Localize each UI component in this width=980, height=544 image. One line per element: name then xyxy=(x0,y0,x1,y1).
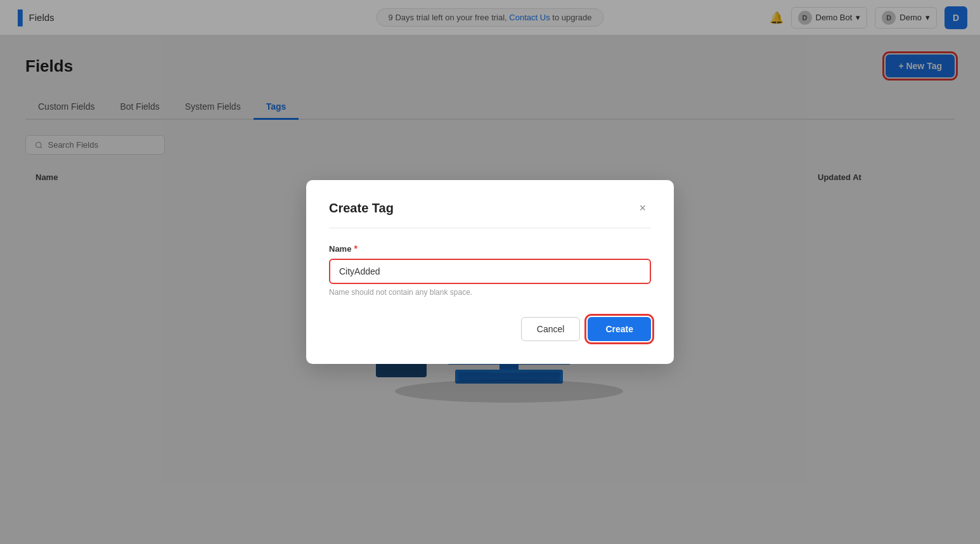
create-tag-modal: Create Tag × Name * Name should not cont… xyxy=(306,180,674,364)
create-button[interactable]: Create xyxy=(588,317,651,341)
modal-overlay: Create Tag × Name * Name should not cont… xyxy=(0,0,980,544)
tag-name-input[interactable] xyxy=(329,259,651,284)
required-indicator: * xyxy=(354,243,357,254)
modal-header: Create Tag × xyxy=(329,199,651,228)
cancel-button[interactable]: Cancel xyxy=(521,317,581,341)
name-hint: Name should not contain any blank space. xyxy=(329,288,651,297)
name-label: Name * xyxy=(329,243,651,254)
modal-close-button[interactable]: × xyxy=(634,199,651,217)
modal-title: Create Tag xyxy=(329,201,394,216)
modal-footer: Cancel Create xyxy=(329,317,651,341)
name-form-group: Name * Name should not contain any blank… xyxy=(329,243,651,297)
